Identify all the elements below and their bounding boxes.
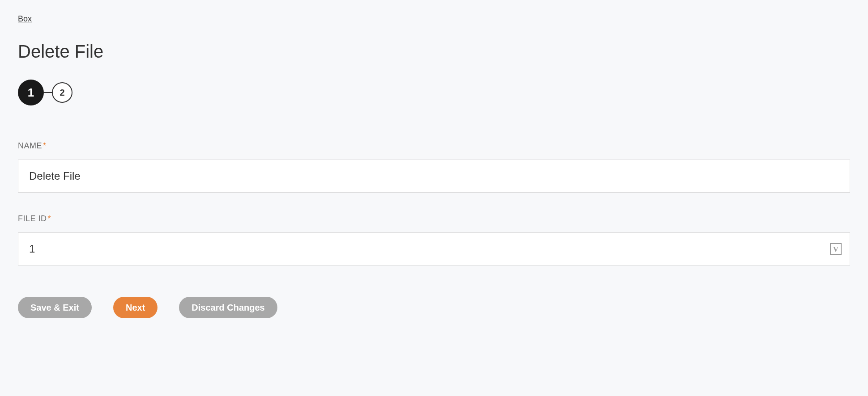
file-id-input[interactable] (18, 232, 850, 265)
form-field-file-id: FILE ID* V (18, 214, 850, 265)
page-title: Delete File (18, 42, 850, 62)
name-input[interactable] (18, 160, 850, 193)
file-id-label: FILE ID* (18, 214, 850, 223)
file-id-label-text: FILE ID (18, 214, 47, 223)
discard-button[interactable]: Discard Changes (179, 297, 277, 318)
button-row: Save & Exit Next Discard Changes (18, 297, 850, 318)
required-mark: * (48, 214, 51, 223)
breadcrumb-link[interactable]: Box (18, 14, 32, 24)
stepper: 1 2 (18, 80, 850, 105)
svg-text:V: V (833, 245, 839, 253)
required-mark: * (43, 141, 47, 150)
save-exit-button[interactable]: Save & Exit (18, 297, 92, 318)
form-field-name: NAME* (18, 141, 850, 193)
name-label-text: NAME (18, 141, 42, 150)
name-label: NAME* (18, 141, 850, 151)
step-connector (44, 92, 52, 93)
next-button[interactable]: Next (113, 297, 157, 318)
step-2[interactable]: 2 (52, 82, 72, 103)
variable-icon[interactable]: V (830, 243, 842, 255)
step-1[interactable]: 1 (18, 80, 44, 105)
